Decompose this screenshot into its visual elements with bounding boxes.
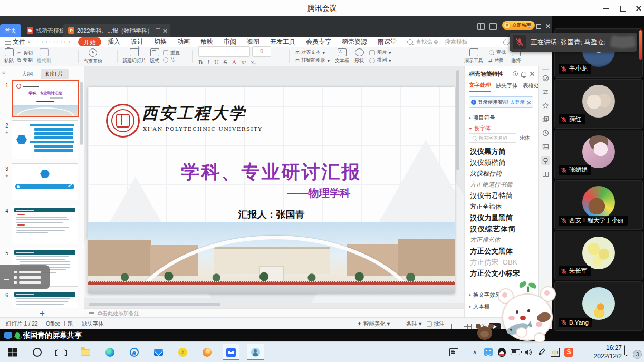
font-item[interactable]: 方正公文小标宋 — [470, 268, 533, 279]
new-tab-button[interactable]: + — [131, 26, 140, 36]
dismiss-banner-icon[interactable] — [527, 100, 531, 104]
tencent-meeting-icon[interactable] — [223, 344, 239, 360]
reader-panel-icon[interactable] — [541, 170, 550, 179]
menu-view[interactable]: 视图 — [242, 37, 265, 47]
battery-icon[interactable] — [511, 346, 520, 358]
docer-tab-text[interactable]: 文字处理 — [469, 82, 491, 92]
slide-thumbnail-2[interactable] — [12, 120, 78, 159]
find-button[interactable]: 查找 — [488, 49, 506, 56]
to-smartart-button[interactable]: ⊟ 转智能图形 ▾ — [295, 57, 330, 64]
file-menu[interactable]: 文件∨ — [0, 37, 36, 47]
pin-icon[interactable] — [156, 28, 160, 33]
volume-icon[interactable] — [524, 346, 532, 358]
font-item[interactable]: 方正全福体 — [470, 201, 533, 212]
menu-devtools[interactable]: 开发工具 — [265, 37, 301, 47]
news-widget-icon[interactable] — [449, 346, 458, 358]
font-name-box[interactable] — [198, 46, 250, 57]
participant-tile[interactable]: 薛红 — [554, 79, 643, 129]
underline-button[interactable]: U — [214, 58, 219, 66]
section-change-font[interactable]: 换字体 — [469, 125, 534, 132]
slide-thumbnail-6[interactable] — [12, 290, 78, 308]
docer-tab-missing-fonts[interactable]: 缺失字体 — [496, 82, 518, 91]
command-search[interactable]: 查找命令、搜索模板 — [402, 37, 473, 47]
start-button[interactable] — [4, 344, 21, 360]
close-button[interactable] — [631, 5, 644, 12]
copy-panel-icon[interactable] — [541, 115, 550, 124]
slide-thumbnail-1[interactable]: 学科、专业研讨汇报 — [12, 80, 79, 117]
image-panel-icon[interactable] — [541, 142, 550, 151]
font-item[interactable]: 方正公文黑体 — [470, 246, 533, 257]
thumbnails-scrollbar[interactable] — [80, 82, 83, 145]
menu-transition[interactable]: 切换 — [149, 37, 172, 47]
gear-icon[interactable] — [513, 71, 518, 76]
ime-keyboard-icon[interactable]: 中 — [551, 346, 560, 358]
participant-tile[interactable]: 朱长军 — [554, 231, 643, 280]
orange-app-icon[interactable] — [198, 344, 215, 360]
superscript-button[interactable]: X² — [241, 60, 246, 65]
shapes-button[interactable]: 形状 — [354, 48, 364, 64]
grid-view-icon[interactable] — [489, 23, 497, 30]
missing-fonts-status[interactable]: 缺失字体 — [77, 318, 109, 330]
font-item[interactable]: 方正稚艺体 — [470, 234, 533, 246]
picture-button[interactable]: 图片 ▾ — [369, 49, 391, 56]
notification-center[interactable]: 3 — [624, 346, 642, 358]
tab-slides[interactable]: 幻灯片 — [41, 69, 69, 79]
participant-tile[interactable]: B.Yang — [554, 281, 643, 331]
windows-ink-icon[interactable] — [538, 346, 545, 358]
edge-browser-icon[interactable] — [101, 344, 118, 360]
demo-tools-button[interactable]: 演示工具 — [464, 48, 483, 64]
menu-slideshow[interactable]: 放映 — [195, 37, 218, 47]
italic-button[interactable]: I — [207, 58, 209, 66]
layout-button[interactable]: 版式 — [150, 48, 159, 64]
split-view-icon[interactable] — [477, 23, 485, 30]
slide-thumbnail-3[interactable] — [12, 163, 78, 200]
slide-editor[interactable]: 西安工程大学 XI'AN POLYTECHNIC UNIVERSITY 学科、专… — [88, 87, 455, 293]
tab-outline[interactable]: 大纲 — [16, 69, 39, 79]
history-panel-icon[interactable] — [541, 129, 550, 138]
arrange-button[interactable]: 排列 ▾ — [369, 57, 391, 64]
new-slide-button[interactable]: 新建幻灯片 — [122, 48, 146, 64]
theme-name[interactable]: Office 主题 — [41, 318, 78, 330]
font-size-box[interactable]: - 0 - — [252, 46, 271, 57]
smiley-app-icon[interactable] — [484, 346, 493, 358]
qq-music-icon[interactable]: ♪ — [174, 344, 191, 360]
wps-tab-document[interactable]: P 2022学科、...报（物理学科） — [63, 24, 170, 37]
reset-button[interactable]: 重置 — [163, 50, 180, 56]
play-from-current-button[interactable]: 当页开始 — [83, 48, 102, 65]
font-item[interactable]: 汉仪颜楷简 — [470, 157, 533, 168]
menu-review[interactable]: 审阅 — [218, 37, 242, 47]
format-painter-button[interactable]: 格式刷 — [37, 48, 51, 64]
qq-icon[interactable] — [498, 346, 506, 358]
menu-start[interactable]: 开始 — [78, 37, 101, 46]
wps-tab-home[interactable]: 首页 — [0, 24, 21, 37]
close-tab-icon[interactable] — [163, 28, 167, 33]
tray-expand-icon[interactable]: ∧ — [473, 346, 477, 358]
wps-tab-docer[interactable]: 找稻壳模板 — [22, 24, 70, 37]
copy-button[interactable]: ⧉ 复制 — [17, 57, 33, 64]
quick-access-icons[interactable]: ▭▭▭▭ — [36, 37, 77, 47]
align-text-button[interactable]: ⊞ 对齐文本 ▾ — [295, 49, 330, 56]
font-color-button[interactable]: A — [232, 58, 236, 66]
search-button[interactable] — [28, 344, 45, 360]
slide-thumbnail-4[interactable] — [12, 206, 78, 244]
ie-browser-icon[interactable]: e — [126, 344, 142, 360]
textbox-button[interactable]: A文本框 — [335, 48, 349, 64]
favorites-panel-icon[interactable] — [541, 101, 550, 110]
canvas-horizontal-scrollbar[interactable] — [89, 303, 220, 306]
canvas-vertical-scrollbar[interactable] — [456, 70, 459, 170]
minimize-button[interactable] — [598, 5, 614, 12]
replace-button[interactable]: ⇄ 替换 — [488, 57, 506, 64]
slide-title[interactable]: 学科、专业研讨汇报 — [88, 160, 455, 184]
share-panel-icon[interactable] — [541, 74, 550, 83]
font-item[interactable]: 汉仪综艺体简 — [470, 223, 533, 234]
participants-scrollbar[interactable] — [639, 30, 642, 60]
menu-insert[interactable]: 插入 — [102, 37, 126, 47]
font-item[interactable]: 方正硬笔行书简 — [470, 179, 533, 190]
adjust-panel-icon[interactable] — [541, 87, 550, 96]
section-bullets[interactable]: 项目符号 — [469, 114, 534, 122]
subscript-button[interactable]: X₂ — [251, 60, 256, 65]
participant-tile[interactable]: 西安工程大学丁小丽 — [554, 180, 643, 230]
task-view-button[interactable] — [53, 344, 70, 360]
participant-tile[interactable]: 张娟娟 — [554, 130, 643, 179]
font-item[interactable]: 汉仪力量黑简 — [470, 212, 533, 223]
